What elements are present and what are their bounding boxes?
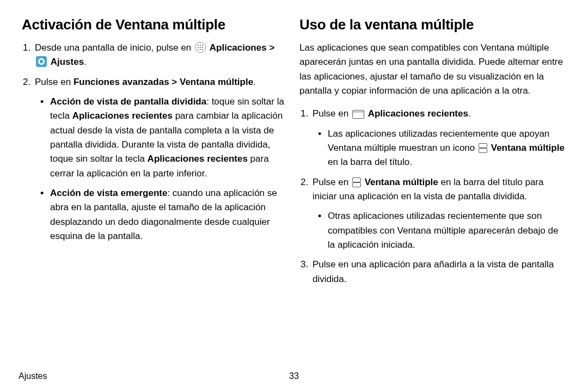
bold: Funciones avanzadas xyxy=(74,77,169,87)
left-step-1: 1. Desde una pantalla de inicio, pulse e… xyxy=(35,41,289,70)
text: Desde una pantalla de inicio, pulse en xyxy=(35,42,194,53)
period: . xyxy=(468,108,471,119)
text: Pulse en una aplicación para añadirla a … xyxy=(313,259,554,284)
right-s2-bullets: Otras aplicaciones utilizadas recienteme… xyxy=(313,209,566,252)
apps-label: Aplicaciones xyxy=(210,42,267,53)
step-number: 1. xyxy=(23,41,30,55)
right-step-2: 2. Pulse en Ventana múltiple en la barra… xyxy=(313,175,566,253)
bullet-multi-icon-note: Las aplicaciones utilizadas recientement… xyxy=(328,127,566,170)
bold: Aplicaciones recientes xyxy=(368,108,468,119)
bullet-split-view: Acción de vista de pantalla dividida: to… xyxy=(50,95,289,181)
bold: Acción de vista de pantalla dividida xyxy=(50,96,206,107)
text: Pulse en xyxy=(313,177,351,187)
bold: Ventana múltiple xyxy=(180,77,253,87)
bold: Aplicaciones recientes xyxy=(148,154,248,164)
multi-window-icon xyxy=(479,143,487,153)
arrow: > xyxy=(267,42,275,53)
text: Otras aplicaciones utilizadas recienteme… xyxy=(328,211,558,250)
settings-label: Ajustes xyxy=(51,57,84,67)
bold: Aplicaciones recientes xyxy=(72,111,173,121)
left-step-2: 2. Pulse en Funciones avanzadas > Ventan… xyxy=(35,75,289,244)
intro-paragraph: Las aplicaciones que sean compatibles co… xyxy=(299,41,566,98)
step-number: 2. xyxy=(23,75,30,89)
recent-apps-icon xyxy=(352,110,364,119)
heading-activation: Activación de Ventana múltiple xyxy=(22,16,289,33)
text: Pulse en xyxy=(35,77,74,87)
bold: Ventana múltiple xyxy=(365,177,438,187)
manual-page: Activación de Ventana múltiple 1. Desde … xyxy=(0,0,588,392)
text: Pulse en xyxy=(313,108,351,119)
period: . xyxy=(253,77,256,87)
heading-usage: Uso de la ventana múltiple xyxy=(299,16,566,33)
step-number: 2. xyxy=(301,175,308,189)
bold: Ventana múltiple xyxy=(491,143,565,153)
left-column: Activación de Ventana múltiple 1. Desde … xyxy=(16,16,294,381)
text: en la barra del título. xyxy=(328,157,412,167)
apps-grid-icon xyxy=(195,42,206,53)
right-steps: 1. Pulse en Aplicaciones recientes. Las … xyxy=(299,107,566,286)
right-s1-bullets: Las aplicaciones utilizadas recientement… xyxy=(313,127,566,170)
arrow: > xyxy=(169,77,180,87)
multi-window-icon xyxy=(352,177,361,187)
left-sub-bullets: Acción de vista de pantalla dividida: to… xyxy=(35,95,289,243)
bullet-popup-view: Acción de vista emergente: cuando una ap… xyxy=(50,186,289,243)
left-steps: 1. Desde una pantalla de inicio, pulse e… xyxy=(22,41,289,243)
footer-page-number: 33 xyxy=(289,371,299,381)
step-number: 3. xyxy=(301,258,308,272)
bold: Acción de vista emergente xyxy=(50,188,167,198)
right-step-3: 3. Pulse en una aplicación para añadirla… xyxy=(313,258,566,286)
right-column: Uso de la ventana múltiple Las aplicacio… xyxy=(294,16,572,381)
right-step-1: 1. Pulse en Aplicaciones recientes. Las … xyxy=(313,107,566,169)
bullet-other-apps: Otras aplicaciones utilizadas recienteme… xyxy=(328,209,566,252)
settings-gear-icon xyxy=(36,56,47,67)
period: . xyxy=(84,57,87,67)
footer-section-label: Ajustes xyxy=(19,371,47,381)
step-number: 1. xyxy=(301,107,308,121)
